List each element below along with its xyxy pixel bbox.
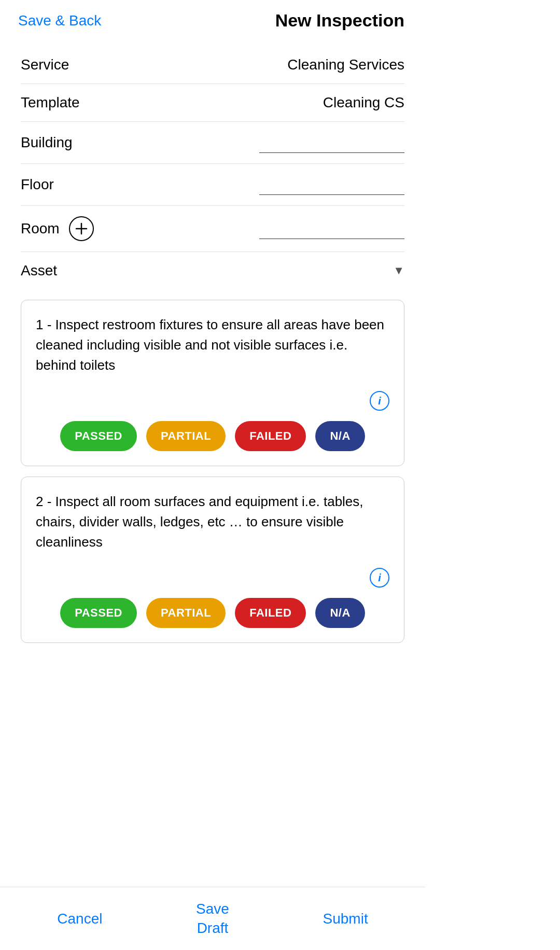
partial-button-1[interactable]: PARTIAL [146, 421, 226, 451]
service-value: Cleaning Services [287, 57, 404, 73]
passed-button-2[interactable]: PASSED [60, 598, 137, 628]
footer: Cancel Save Draft Submit [0, 887, 425, 950]
room-left-group: Room [21, 216, 94, 241]
asset-dropdown-arrow: ▼ [393, 264, 404, 277]
info-button-2[interactable]: i [370, 568, 389, 588]
form-section: Service Cleaning Services Template Clean… [0, 41, 425, 289]
inspection-text-2: 2 - Inspect all room surfaces and equipm… [36, 492, 389, 552]
save-back-button[interactable]: Save & Back [18, 12, 101, 29]
card-1-buttons: PASSED PARTIAL FAILED N/A [36, 421, 389, 451]
na-button-2[interactable]: N/A [315, 598, 365, 628]
template-label: Template [21, 94, 80, 111]
card-2-buttons: PASSED PARTIAL FAILED N/A [36, 598, 389, 628]
building-label: Building [21, 134, 73, 151]
inspection-card-1: 1 - Inspect restroom fixtures to ensure … [21, 300, 404, 466]
partial-button-2[interactable]: PARTIAL [146, 598, 226, 628]
passed-button-1[interactable]: PASSED [60, 421, 137, 451]
room-label: Room [21, 220, 60, 237]
building-row: Building [21, 122, 404, 164]
save-draft-button[interactable]: Save Draft [196, 900, 229, 938]
service-row: Service Cleaning Services [21, 46, 404, 84]
page-title: New Inspection [275, 10, 404, 31]
card-2-info-row: i [36, 568, 389, 588]
asset-row[interactable]: Asset ▼ [21, 252, 404, 289]
cancel-button[interactable]: Cancel [57, 911, 102, 927]
floor-label: Floor [21, 176, 54, 193]
template-row: Template Cleaning CS [21, 84, 404, 122]
floor-input[interactable] [259, 174, 404, 195]
failed-button-1[interactable]: FAILED [235, 421, 306, 451]
asset-label: Asset [21, 262, 57, 279]
room-row: Room [21, 206, 404, 252]
inspection-card-2: 2 - Inspect all room surfaces and equipm… [21, 477, 404, 643]
template-value: Cleaning CS [323, 94, 404, 111]
building-input[interactable] [259, 132, 404, 153]
submit-button[interactable]: Submit [323, 911, 368, 927]
inspection-text-1: 1 - Inspect restroom fixtures to ensure … [36, 315, 389, 375]
na-button-1[interactable]: N/A [315, 421, 365, 451]
info-button-1[interactable]: i [370, 391, 389, 411]
room-input[interactable] [259, 218, 404, 239]
card-1-info-row: i [36, 391, 389, 411]
cards-section: 1 - Inspect restroom fixtures to ensure … [0, 289, 425, 653]
floor-row: Floor [21, 164, 404, 206]
failed-button-2[interactable]: FAILED [235, 598, 306, 628]
add-room-button[interactable] [69, 216, 94, 241]
plus-icon [74, 221, 89, 236]
service-label: Service [21, 57, 69, 73]
header: Save & Back New Inspection [0, 0, 425, 41]
